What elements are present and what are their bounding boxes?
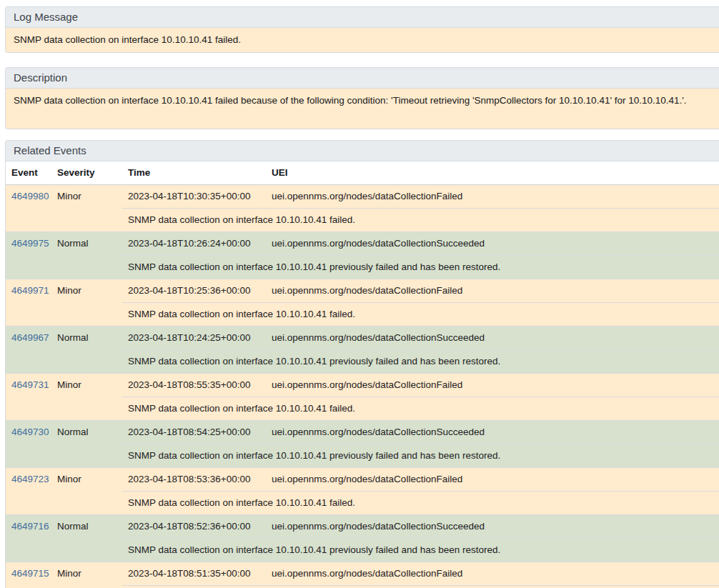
event-link[interactable]: 4649730 [11,427,49,437]
event-log-message-cell: SNMP data collection on interface 10.10.… [122,303,719,327]
event-log-message-cell: SNMP data collection on interface 10.10.… [122,492,719,515]
event-id-cell: 4649716 [6,515,51,562]
event-log-message-cell: SNMP data collection on interface 10.10.… [122,539,719,562]
uei-cell: uei.opennms.org/nodes/dataCollectionFail… [266,279,719,303]
event-row: 4649730Normal2023-04-18T08:54:25+00:00ue… [6,421,719,444]
severity-cell: Normal [51,232,122,279]
event-id-cell: 4649980 [6,185,51,232]
time-cell: 2023-04-18T08:53:36+00:00 [122,468,266,492]
event-row: 4649723Minor2023-04-18T08:53:36+00:00uei… [6,468,719,492]
event-id-cell: 4649731 [6,374,51,421]
log-message-text: SNMP data collection on interface 10.10.… [6,28,719,52]
log-message-panel: Log Message SNMP data collection on inte… [5,6,719,53]
description-panel-title: Description [6,68,719,89]
event-log-message-cell: SNMP data collection on interface 10.10.… [122,209,719,232]
severity-cell: Minor [51,562,122,588]
event-id-cell: 4649730 [6,421,51,468]
column-header-severity: Severity [51,161,122,185]
column-header-time: Time [122,161,266,185]
uei-cell: uei.opennms.org/nodes/dataCollectionFail… [266,562,719,586]
alarm-detail-page: Log Message SNMP data collection on inte… [0,0,719,588]
event-row: 4649731Minor2023-04-18T08:55:35+00:00uei… [6,374,719,397]
uei-cell: uei.opennms.org/nodes/dataCollectionFail… [266,185,719,209]
related-events-panel: Related Events EventSeverityTimeUEI 4649… [5,140,719,588]
event-row: 4649715Minor2023-04-18T08:51:35+00:00uei… [6,562,719,586]
event-log-message-cell: SNMP data collection on interface 10.10.… [122,444,719,468]
event-link[interactable]: 4649967 [11,332,49,343]
event-link[interactable]: 4649980 [11,191,49,201]
time-cell: 2023-04-18T08:52:36+00:00 [122,515,266,539]
event-log-message-cell: SNMP data collection on interface 10.10.… [122,586,719,588]
uei-cell: uei.opennms.org/nodes/dataCollectionSucc… [266,515,719,539]
event-id-cell: 4649975 [6,232,51,279]
related-events-header-row: EventSeverityTimeUEI [6,161,719,185]
severity-cell: Minor [51,185,122,232]
event-log-message-cell: SNMP data collection on interface 10.10.… [122,350,719,374]
column-header-event: Event [6,161,51,185]
event-id-cell: 4649723 [6,468,51,515]
severity-cell: Normal [51,515,122,562]
related-events-tbody: 4649980Minor2023-04-18T10:30:35+00:00uei… [6,185,719,588]
severity-cell: Minor [51,279,122,327]
description-panel: Description SNMP data collection on inte… [5,67,719,129]
uei-cell: uei.opennms.org/nodes/dataCollectionFail… [266,374,719,397]
event-row: 4649980Minor2023-04-18T10:30:35+00:00uei… [6,185,719,209]
severity-cell: Normal [51,421,122,468]
time-cell: 2023-04-18T10:24:25+00:00 [122,327,266,350]
event-id-cell: 4649967 [6,327,51,374]
event-row: 4649971Minor2023-04-18T10:25:36+00:00uei… [6,279,719,303]
time-cell: 2023-04-18T10:26:24+00:00 [122,232,266,256]
description-text: SNMP data collection on interface 10.10.… [6,89,719,129]
event-link[interactable]: 4649975 [11,238,49,249]
time-cell: 2023-04-18T10:25:36+00:00 [122,279,266,303]
severity-cell: Minor [51,468,122,515]
event-log-message-cell: SNMP data collection on interface 10.10.… [122,256,719,279]
event-row: 4649975Normal2023-04-18T10:26:24+00:00ue… [6,232,719,256]
event-log-message-cell: SNMP data collection on interface 10.10.… [122,397,719,421]
event-id-cell: 4649715 [6,562,51,588]
event-id-cell: 4649971 [6,279,51,327]
time-cell: 2023-04-18T08:54:25+00:00 [122,421,266,444]
related-events-table: EventSeverityTimeUEI 4649980Minor2023-04… [6,161,719,588]
event-link[interactable]: 4649971 [11,285,49,296]
log-message-panel-title: Log Message [6,7,719,28]
time-cell: 2023-04-18T10:30:35+00:00 [122,185,266,209]
related-events-panel-title: Related Events [6,141,719,161]
time-cell: 2023-04-18T08:51:35+00:00 [122,562,266,586]
event-row: 4649967Normal2023-04-18T10:24:25+00:00ue… [6,327,719,350]
column-header-uei: UEI [266,161,719,185]
severity-cell: Normal [51,327,122,374]
event-row: 4649716Normal2023-04-18T08:52:36+00:00ue… [6,515,719,539]
event-link[interactable]: 4649723 [11,474,49,484]
uei-cell: uei.opennms.org/nodes/dataCollectionSucc… [266,232,719,256]
event-link[interactable]: 4649715 [11,568,49,579]
event-link[interactable]: 4649731 [11,379,49,390]
event-link[interactable]: 4649716 [11,521,49,532]
severity-cell: Minor [51,374,122,421]
time-cell: 2023-04-18T08:55:35+00:00 [122,374,266,397]
uei-cell: uei.opennms.org/nodes/dataCollectionFail… [266,468,719,492]
uei-cell: uei.opennms.org/nodes/dataCollectionSucc… [266,327,719,350]
uei-cell: uei.opennms.org/nodes/dataCollectionSucc… [266,421,719,444]
